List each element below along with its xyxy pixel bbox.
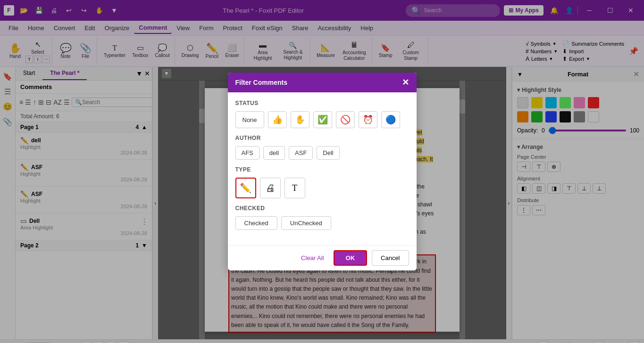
status-checkmark-button[interactable]: ✅	[313, 111, 332, 128]
status-clock-button[interactable]: ⏰	[359, 111, 377, 128]
author-asf-button[interactable]: ASF	[289, 146, 313, 160]
author-dell-button[interactable]: dell	[263, 146, 285, 160]
status-circle-button[interactable]: 🔵	[381, 111, 400, 128]
status-hand-button[interactable]: ✋	[291, 111, 309, 128]
modal-close-button[interactable]: ✕	[402, 77, 409, 88]
modal-title: Filter Comments	[235, 79, 287, 86]
modal-overlay: Filter Comments ✕ STATUS None 👍 ✋ ✅ 🚫 ⏰ …	[0, 0, 644, 343]
modal-header: Filter Comments ✕	[228, 73, 417, 92]
ok-button[interactable]: OK	[334, 250, 368, 266]
status-row: None 👍 ✋ ✅ 🚫 ⏰ 🔵	[235, 111, 409, 128]
type-row: ✏️ 🖨 T	[235, 178, 409, 198]
stamp-type-icon: 🖨	[266, 183, 275, 194]
type-section-title: TYPE	[235, 166, 409, 173]
status-none-button[interactable]: None	[235, 111, 264, 128]
checked-button[interactable]: Checked	[235, 216, 277, 230]
modal-footer: Clear All OK Cancel	[228, 245, 417, 270]
text-type-icon: T	[292, 183, 297, 193]
checked-row: Checked UnChecked	[235, 216, 409, 230]
type-stamp-button[interactable]: 🖨	[260, 178, 281, 198]
author-Dell-button[interactable]: Dell	[317, 146, 339, 160]
type-pencil-button[interactable]: ✏️	[235, 178, 256, 198]
clear-all-button[interactable]: Clear All	[296, 250, 328, 266]
modal-body: STATUS None 👍 ✋ ✅ 🚫 ⏰ 🔵 AUTHOR AFS dell …	[228, 92, 417, 245]
status-no-button[interactable]: 🚫	[336, 111, 355, 128]
filter-comments-modal: Filter Comments ✕ STATUS None 👍 ✋ ✅ 🚫 ⏰ …	[228, 73, 417, 270]
unchecked-button[interactable]: UnChecked	[281, 216, 331, 230]
pencil-type-icon: ✏️	[240, 182, 251, 194]
author-row: AFS dell ASF Dell	[235, 146, 409, 160]
status-section-title: STATUS	[235, 100, 409, 106]
author-section-title: AUTHOR	[235, 135, 409, 141]
author-afs-button[interactable]: AFS	[235, 146, 259, 160]
type-text-button[interactable]: T	[284, 178, 305, 198]
status-thumbsup-button[interactable]: 👍	[268, 111, 287, 128]
checked-section-title: CHECKED	[235, 205, 409, 212]
cancel-button[interactable]: Cancel	[372, 250, 409, 266]
